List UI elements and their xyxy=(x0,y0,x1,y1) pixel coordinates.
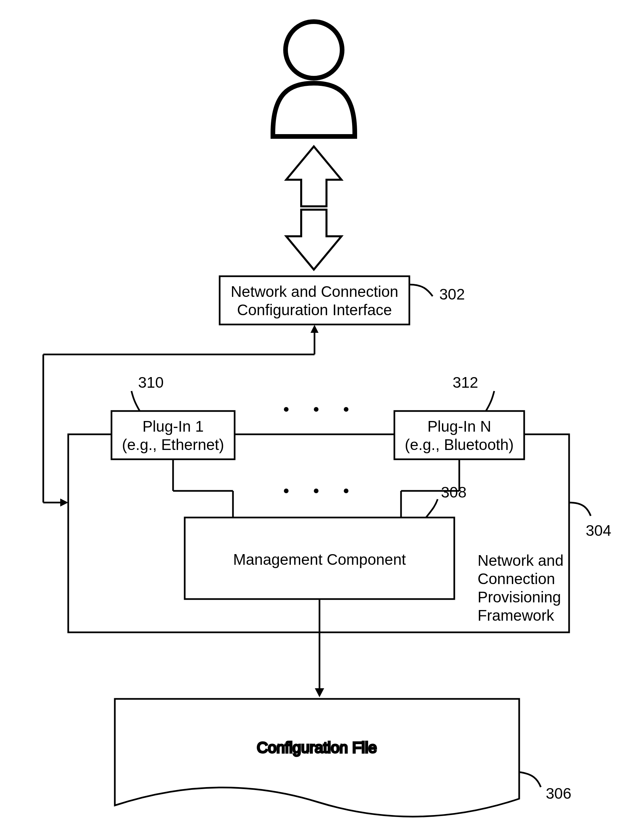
leader-310 xyxy=(131,391,140,411)
framework-caption-4: Framework xyxy=(478,607,554,624)
ref-306: 306 xyxy=(546,785,571,802)
plugin-1-line1: Plug-In 1 xyxy=(142,418,204,435)
diagram-canvas: Network and Connection Configuration Int… xyxy=(0,0,628,840)
svg-point-12 xyxy=(314,407,319,412)
leader-312 xyxy=(486,391,494,411)
ref-310: 310 xyxy=(138,374,164,391)
svg-marker-7 xyxy=(60,499,68,507)
svg-point-0 xyxy=(286,22,342,78)
leader-306 xyxy=(519,772,541,787)
leader-302 xyxy=(409,284,432,296)
config-file-shape: Configuration File xyxy=(115,699,519,817)
user-icon xyxy=(273,22,355,136)
framework-caption-2: Connection xyxy=(478,570,555,587)
svg-marker-25 xyxy=(315,688,324,697)
svg-point-11 xyxy=(284,407,289,412)
svg-marker-3 xyxy=(311,325,319,333)
ref-312: 312 xyxy=(453,374,478,391)
management-label: Management Component xyxy=(233,551,406,568)
leader-308 xyxy=(426,499,438,518)
leader-304 xyxy=(569,502,591,516)
plugin-ellipsis-top xyxy=(284,407,349,412)
plugin1-to-management-connector xyxy=(173,459,233,518)
framework-caption-3: Provisioning xyxy=(478,588,561,606)
ref-302: 302 xyxy=(439,286,465,303)
management-to-config-arrow xyxy=(315,599,324,697)
svg-point-23 xyxy=(344,489,349,493)
svg-point-21 xyxy=(284,489,289,493)
config-file-label: Configuration File xyxy=(257,739,377,756)
interface-box-line1: Network and Connection xyxy=(230,283,398,300)
svg-point-22 xyxy=(314,489,319,493)
interface-box: Network and Connection Configuration Int… xyxy=(220,276,409,324)
plugin-1-box: Plug-In 1 (e.g., Ethernet) xyxy=(112,411,235,459)
user-interface-double-arrow-icon xyxy=(286,147,341,270)
plugin-n-box: Plug-In N (e.g., Bluetooth) xyxy=(394,411,524,459)
svg-point-13 xyxy=(344,407,349,412)
plugin-ellipsis-bottom xyxy=(284,489,349,493)
plugin-n-line1: Plug-In N xyxy=(427,418,491,435)
ref-308: 308 xyxy=(441,483,467,501)
interface-box-line2: Configuration Interface xyxy=(237,301,392,319)
plugin-n-line2: (e.g., Bluetooth) xyxy=(405,436,513,453)
management-box: Management Component xyxy=(185,518,454,599)
ref-304: 304 xyxy=(586,522,611,539)
framework-caption-1: Network and xyxy=(478,552,563,569)
plugin-1-line2: (e.g., Ethernet) xyxy=(122,436,224,453)
